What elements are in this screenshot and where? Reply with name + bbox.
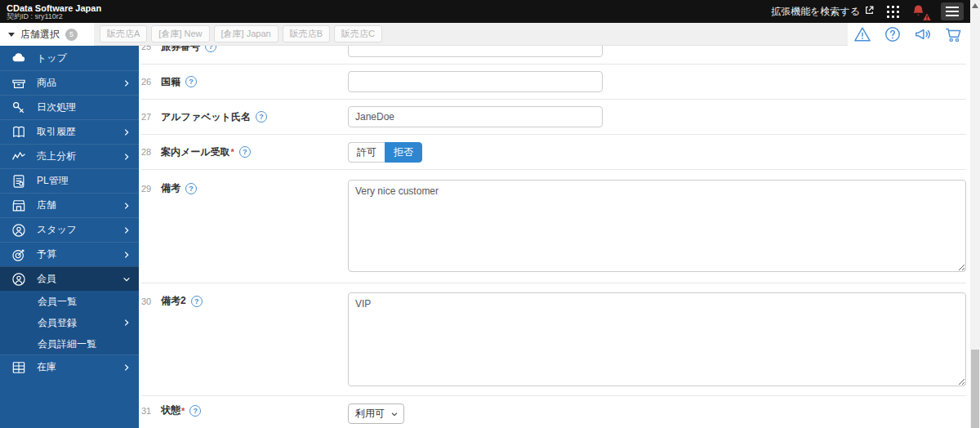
chevron-right-icon — [122, 319, 131, 327]
row-number: 31 — [141, 406, 161, 416]
form-row-notes: 29 備考 ? Very nice customer — [141, 170, 966, 283]
notes-textarea[interactable]: Very nice customer — [348, 180, 966, 272]
person-circle-icon — [11, 271, 27, 288]
apps-grid-icon[interactable] — [886, 5, 900, 19]
notification-bell-icon[interactable] — [911, 3, 929, 20]
sidebar-item-stores[interactable]: 店舗 — [0, 193, 139, 217]
chevron-right-icon — [122, 79, 131, 87]
member-form: 25 旅券番号 ? 26 国籍 ? 27 アルファベット氏名 ? — [139, 46, 970, 428]
deny-button[interactable]: 拒否 — [385, 142, 422, 163]
store-count-badge: 5 — [65, 29, 78, 41]
notes2-textarea[interactable]: VIP — [348, 292, 966, 386]
sidebar-item-budget[interactable]: 予算 — [0, 242, 139, 266]
brand-block: CData Software Japan 契約ID : sry110r2 — [7, 2, 101, 21]
form-row-passport: 25 旅券番号 ? — [141, 46, 966, 65]
sidebar-item-label: トップ — [37, 51, 131, 65]
top-app-bar: CData Software Japan 契約ID : sry110r2 拡張機… — [0, 0, 970, 23]
help-icon[interactable]: ? — [191, 296, 203, 307]
sidebar-item-label: PL管理 — [37, 174, 131, 188]
required-mark: * — [181, 406, 185, 416]
nationality-input[interactable] — [348, 71, 603, 92]
sidebar-subitem-label: 会員一覧 — [38, 295, 131, 309]
store-tab[interactable]: 販売店A — [100, 25, 147, 42]
extension-search-link[interactable]: 拡張機能を検索する — [771, 5, 875, 19]
field-label: 案内メール受取 — [161, 145, 230, 159]
chevron-down-icon — [122, 275, 131, 283]
chevron-right-icon — [122, 226, 131, 234]
mail-optin-toggle: 許可 拒否 — [348, 142, 422, 163]
key-icon — [11, 100, 27, 116]
field-label: 備考 — [161, 181, 180, 195]
chevron-right-icon — [122, 128, 131, 136]
store-tab[interactable]: 販売店B — [283, 25, 330, 42]
status-select-value: 利用可 — [355, 407, 385, 421]
report-icon — [11, 173, 27, 189]
field-label: アルファベット氏名 — [161, 110, 251, 124]
sidebar-item-label: 会員 — [37, 272, 122, 286]
announcement-icon[interactable] — [914, 25, 932, 43]
warning-icon[interactable] — [853, 25, 871, 43]
table-grid-icon — [11, 359, 27, 376]
status-select[interactable]: 利用可 — [348, 403, 404, 424]
brand-title: CData Software Japan — [7, 3, 101, 13]
sidebar-subitem-label: 会員登録 — [38, 316, 122, 330]
sidebar-item-transactions[interactable]: 取引履歴 — [0, 119, 139, 144]
person-circle-icon — [11, 222, 27, 239]
chevron-down-icon — [390, 410, 399, 418]
sidebar-item-top[interactable]: トップ — [0, 46, 139, 70]
row-number: 26 — [141, 77, 161, 87]
row-number: 25 — [141, 46, 161, 51]
field-label: 旅券番号 — [161, 46, 200, 54]
alert-badge-icon — [922, 12, 932, 21]
utility-icons — [848, 23, 970, 46]
cart-icon[interactable] — [944, 25, 962, 43]
help-circle-icon[interactable] — [884, 25, 902, 43]
store-tab[interactable]: 販売店C — [334, 25, 382, 42]
row-number: 27 — [141, 112, 161, 122]
scrollbar-thumb[interactable] — [971, 350, 979, 428]
sidebar-item-label: 取引履歴 — [37, 125, 122, 139]
extension-search-label: 拡張機能を検索する — [771, 5, 860, 19]
external-link-icon — [864, 5, 875, 18]
help-icon[interactable]: ? — [185, 183, 197, 194]
required-mark: * — [231, 147, 234, 157]
sidebar-item-pl-management[interactable]: PL管理 — [0, 168, 139, 193]
sidebar-item-products[interactable]: 商品 — [0, 70, 139, 95]
sidebar-item-label: スタッフ — [37, 223, 122, 237]
sidebar-item-label: 売上分析 — [37, 149, 122, 163]
sidebar-subitem-member-register[interactable]: 会員登録 — [0, 312, 139, 333]
sidebar-item-staff[interactable]: スタッフ — [0, 217, 139, 242]
chevron-right-icon — [122, 251, 131, 259]
help-icon[interactable]: ? — [205, 46, 216, 52]
sidebar-item-sales-analysis[interactable]: 売上分析 — [0, 144, 139, 168]
help-icon[interactable]: ? — [189, 405, 201, 417]
scroll-up-icon[interactable] — [972, 3, 978, 8]
sidebar-subitem-member-list[interactable]: 会員一覧 — [0, 291, 139, 312]
store-tab[interactable]: [倉庫] Japan — [214, 25, 278, 42]
menu-icon[interactable] — [941, 2, 964, 20]
help-icon[interactable]: ? — [239, 146, 251, 158]
book-icon — [11, 124, 27, 140]
help-icon[interactable]: ? — [185, 76, 197, 87]
sidebar-item-members[interactable]: 会員 — [0, 266, 139, 291]
sidebar-subitem-member-detail-list[interactable]: 会員詳細一覧 — [0, 333, 139, 354]
contract-id: 契約ID : sry110r2 — [7, 13, 101, 21]
passport-number-input[interactable] — [348, 46, 603, 57]
store-selector[interactable]: 店舗選択 5 — [0, 23, 94, 46]
sidebar-item-label: 日次処理 — [37, 100, 131, 114]
store-tab[interactable]: [倉庫] New — [151, 25, 209, 42]
form-row-mail-optin: 28 案内メール受取 * ? 許可 拒否 — [141, 135, 966, 170]
alphabet-name-input[interactable] — [348, 106, 603, 127]
form-row-notes2: 30 備考2 ? VIP — [141, 283, 966, 396]
store-tabs: 販売店A [倉庫] New [倉庫] Japan 販売店B 販売店C — [94, 23, 848, 46]
form-row-status: 31 状態 * ? 利用可 — [141, 396, 966, 428]
sidebar-item-inventory[interactable]: 在庫 — [0, 354, 139, 379]
line-chart-icon — [11, 149, 27, 165]
sidebar-item-daily-process[interactable]: 日次処理 — [0, 95, 139, 119]
row-number: 28 — [141, 147, 161, 157]
help-icon[interactable]: ? — [256, 111, 267, 123]
scrollbar[interactable] — [970, 0, 980, 428]
target-icon — [11, 247, 27, 263]
members-submenu: 会員一覧 会員登録 会員詳細一覧 — [0, 291, 139, 354]
allow-button[interactable]: 許可 — [348, 142, 385, 163]
